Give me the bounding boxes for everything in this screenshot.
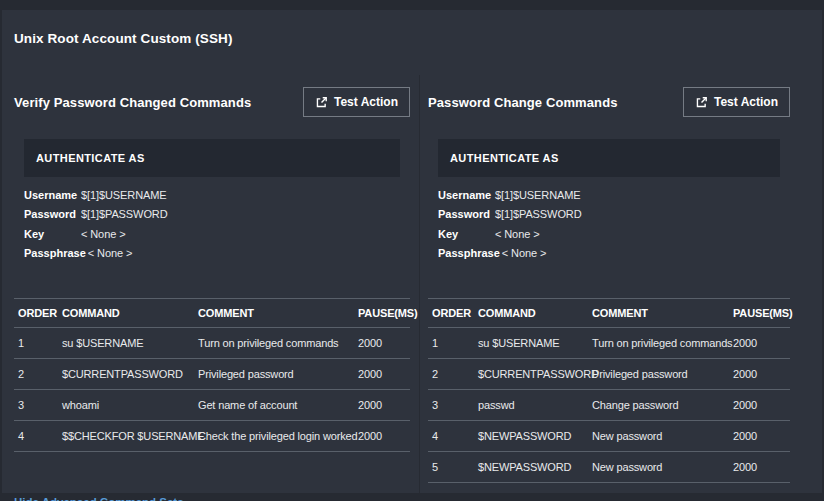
auth-field-row: Password$[1]$PASSWORD — [24, 205, 410, 225]
command-row: 3passwdChange password2000 — [428, 390, 790, 421]
command-row: 3whoamiGet name of account2000 — [14, 390, 410, 421]
auth-field-row: Password$[1]$PASSWORD — [438, 205, 790, 225]
panel-header: Verify Password Changed Commands Test Ac… — [14, 87, 410, 117]
external-link-icon — [315, 96, 328, 109]
field-value: $[1]$PASSWORD — [495, 208, 582, 220]
command-row: 4$$CHECKFOR $USERNAMECheck the privilege… — [14, 421, 410, 452]
field-value: $[1]$USERNAME — [81, 189, 167, 201]
cell-order: 4 — [14, 421, 58, 452]
cell-command: $CURRENTPASSWORD — [474, 359, 588, 390]
command-sets-container: Verify Password Changed Commands Test Ac… — [2, 87, 822, 483]
col-command: COMMAND — [58, 299, 194, 328]
cell-pause_ms: 2000 — [729, 359, 790, 390]
test-action-label: Test Action — [334, 95, 398, 109]
table-header-row: ORDER COMMAND COMMENT PAUSE(MS) — [14, 299, 410, 328]
cell-pause_ms: 2000 — [354, 359, 410, 390]
panel-title: Verify Password Changed Commands — [14, 95, 251, 110]
field-value: $[1]$PASSWORD — [81, 208, 168, 220]
field-label: Passphrase — [24, 247, 88, 259]
cell-pause_ms: 2000 — [729, 452, 790, 483]
panel-title: Password Change Commands — [428, 95, 618, 110]
cell-comment: Privileged password — [588, 359, 729, 390]
cell-pause_ms: 2000 — [354, 390, 410, 421]
field-label: Passphrase — [438, 247, 502, 259]
field-value: < None > — [495, 228, 539, 240]
auth-field-row: Username$[1]$USERNAME — [24, 185, 410, 205]
auth-field-row: Username$[1]$USERNAME — [438, 185, 790, 205]
cell-pause_ms: 2000 — [354, 328, 410, 359]
cell-comment: Turn on privileged commands — [194, 328, 354, 359]
auth-field-row: Passphrase< None > — [24, 244, 410, 264]
field-label: Key — [438, 228, 495, 240]
cell-command: $$CHECKFOR $USERNAME — [58, 421, 194, 452]
test-action-button-verify[interactable]: Test Action — [303, 87, 410, 117]
test-action-button-change[interactable]: Test Action — [683, 87, 790, 117]
auth-fields: Username$[1]$USERNAMEPassword$[1]$PASSWO… — [428, 185, 790, 263]
hide-advanced-command-sets-link[interactable]: Hide Advanced Command Sets — [14, 496, 184, 501]
command-row: 2$CURRENTPASSWORDPrivileged password2000 — [14, 359, 410, 390]
panel-header: Password Change Commands Test Action — [428, 87, 790, 117]
cell-command: su $USERNAME — [474, 328, 588, 359]
cell-comment: Change password — [588, 390, 729, 421]
commands-table-verify: ORDER COMMAND COMMENT PAUSE(MS) 1su $USE… — [14, 298, 410, 452]
cell-order: 2 — [14, 359, 58, 390]
field-value: < None > — [88, 247, 132, 259]
cell-command: su $USERNAME — [58, 328, 194, 359]
password-changer-card: Unix Root Account Custom (SSH) Verify Pa… — [2, 10, 822, 493]
command-row: 5$NEWPASSWORDNew password2000 — [428, 452, 790, 483]
cell-order: 3 — [428, 390, 474, 421]
auth-field-row: Key< None > — [438, 224, 790, 244]
verify-password-changed-panel: Verify Password Changed Commands Test Ac… — [14, 87, 410, 483]
cell-command: $CURRENTPASSWORD — [58, 359, 194, 390]
field-label: Username — [24, 189, 81, 201]
auth-fields: Username$[1]$USERNAMEPassword$[1]$PASSWO… — [14, 185, 410, 263]
cell-comment: New password — [588, 452, 729, 483]
cell-comment: Privileged password — [194, 359, 354, 390]
cell-comment: Get name of account — [194, 390, 354, 421]
field-value: < None > — [502, 247, 546, 259]
auth-field-row: Key< None > — [24, 224, 410, 244]
cell-command: $NEWPASSWORD — [474, 421, 588, 452]
page-title: Unix Root Account Custom (SSH) — [14, 31, 822, 46]
field-value: $[1]$USERNAME — [495, 189, 581, 201]
cell-order: 3 — [14, 390, 58, 421]
panel-divider — [419, 75, 420, 493]
cell-pause_ms: 2000 — [729, 390, 790, 421]
command-row: 4$NEWPASSWORDNew password2000 — [428, 421, 790, 452]
col-order: ORDER — [14, 299, 58, 328]
cell-order: 4 — [428, 421, 474, 452]
cell-pause_ms: 2000 — [354, 421, 410, 452]
cell-command: $NEWPASSWORD — [474, 452, 588, 483]
cell-order: 1 — [14, 328, 58, 359]
col-comment: COMMENT — [194, 299, 354, 328]
cell-pause_ms: 2000 — [729, 421, 790, 452]
col-order: ORDER — [428, 299, 474, 328]
commands-table-change: ORDER COMMAND COMMENT PAUSE(MS) 1su $USE… — [428, 298, 790, 483]
field-label: Key — [24, 228, 81, 240]
authenticate-as-header: AUTHENTICATE AS — [438, 139, 780, 177]
test-action-label: Test Action — [714, 95, 778, 109]
field-label: Password — [24, 208, 81, 220]
col-pause: PAUSE(MS) — [729, 299, 790, 328]
auth-field-row: Passphrase< None > — [438, 244, 790, 264]
cell-comment: Check the privileged login worked — [194, 421, 354, 452]
field-label: Password — [438, 208, 495, 220]
cell-order: 1 — [428, 328, 474, 359]
col-pause: PAUSE(MS) — [354, 299, 410, 328]
table-header-row: ORDER COMMAND COMMENT PAUSE(MS) — [428, 299, 790, 328]
col-comment: COMMENT — [588, 299, 729, 328]
cell-comment: New password — [588, 421, 729, 452]
cell-order: 5 — [428, 452, 474, 483]
cell-order: 2 — [428, 359, 474, 390]
cell-pause_ms: 2000 — [729, 328, 790, 359]
command-row: 1su $USERNAMETurn on privileged commands… — [428, 328, 790, 359]
password-change-panel: Password Change Commands Test Action AUT… — [428, 87, 790, 483]
field-label: Username — [438, 189, 495, 201]
cell-command: whoami — [58, 390, 194, 421]
col-command: COMMAND — [474, 299, 588, 328]
field-value: < None > — [81, 228, 125, 240]
external-link-icon — [695, 96, 708, 109]
authenticate-as-header: AUTHENTICATE AS — [24, 139, 400, 177]
command-row: 2$CURRENTPASSWORDPrivileged password2000 — [428, 359, 790, 390]
cell-command: passwd — [474, 390, 588, 421]
